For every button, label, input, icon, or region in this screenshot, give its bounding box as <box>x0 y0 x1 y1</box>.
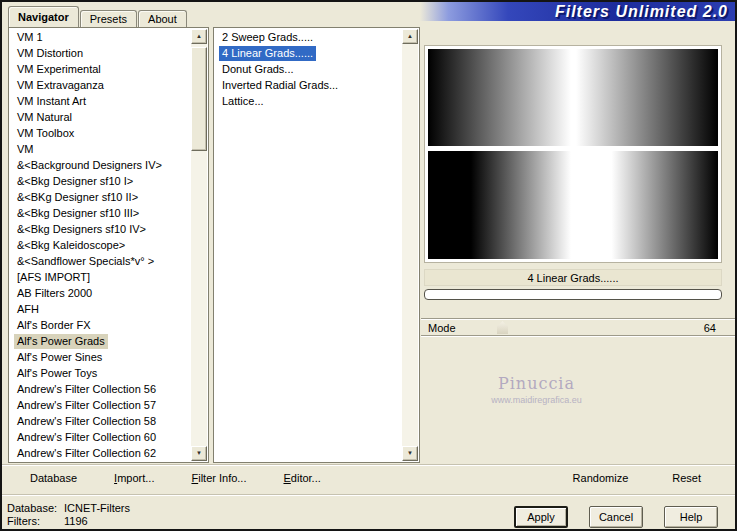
preview-gradient-top-right <box>576 49 719 146</box>
status-filters-label: Filters: <box>7 515 64 527</box>
navigator-list-item[interactable]: &<Bkg Kaleidoscope> <box>10 238 191 254</box>
tab[interactable]: Navigator <box>8 6 79 27</box>
scroll-up-button[interactable]: ▲ <box>402 29 418 44</box>
filters-unlimited-window: Filters Unlimited 2.0 Navigator Presets … <box>0 0 737 531</box>
arrow-up-icon: ▲ <box>407 33 413 39</box>
navigator-list-item[interactable]: &<Bkg Designers sf10 IV> <box>10 222 191 238</box>
arrow-up-icon: ▲ <box>196 33 202 39</box>
navigator-list-item[interactable]: VM 1 <box>10 30 191 46</box>
cancel-button[interactable]: Cancel <box>589 506 643 528</box>
toolbar-button[interactable]: Import... <box>114 472 154 484</box>
navigator-list-item[interactable]: Andrew's Filter Collection 57 <box>10 398 191 414</box>
navigator-list-item[interactable]: &<Sandflower Specials*v° > <box>10 254 191 270</box>
apply-button[interactable]: Apply <box>514 506 568 528</box>
tab[interactable]: About <box>138 10 187 27</box>
toolbar: Database Import... Filter Info... Editor… <box>2 464 735 490</box>
navigator-list-item[interactable]: [AFS IMPORT] <box>10 270 191 286</box>
preview-gradient-top-left <box>428 49 571 146</box>
navigator-list-item[interactable]: Andrew's Filter Collection 62 <box>10 446 191 461</box>
filter-list-rows: 2 Sweep Grads..... 4 Linear Grads...... … <box>215 28 402 461</box>
scroll-down-button[interactable]: ▼ <box>402 446 418 461</box>
toolbar-button[interactable]: Database <box>30 472 77 484</box>
watermark-title: Pinuccia <box>424 374 649 393</box>
toolbar-right-group: Randomize Reset <box>573 472 735 484</box>
navigator-list-item[interactable]: VM Instant Art <box>10 94 191 110</box>
toolbar-button[interactable]: Randomize <box>573 472 629 484</box>
filter-scrollbar[interactable]: ▲ ▼ <box>402 29 418 461</box>
navigator-list-item[interactable]: Alf's Power Sines <box>10 350 191 366</box>
status-filters: Filters: 1196 <box>7 515 88 527</box>
navigator-list-item[interactable]: VM Extravaganza <box>10 78 191 94</box>
help-button[interactable]: Help <box>664 506 718 528</box>
navigator-list-item[interactable]: Alf's Power Grads <box>10 334 191 350</box>
navigator-list-item[interactable]: Andrew's Filter Collection 58 <box>10 414 191 430</box>
navigator-list-item[interactable]: VM Experimental <box>10 62 191 78</box>
preview-caption: 4 Linear Grads...... <box>424 269 722 286</box>
scroll-thumb[interactable] <box>191 47 207 151</box>
tab-bar: Navigator Presets About <box>8 6 188 27</box>
watermark: Pinuccia www.maidiregrafica.eu <box>424 374 649 405</box>
navigator-list-item[interactable]: Andrew's Filter Collection 60 <box>10 430 191 446</box>
toolbar-button[interactable]: Editor... <box>283 472 320 484</box>
status-database: Database: ICNET-Filters <box>7 502 130 514</box>
navigator-list-item[interactable]: VM <box>10 142 191 158</box>
watermark-url: www.maidiregrafica.eu <box>424 395 649 405</box>
status-database-value: ICNET-Filters <box>64 502 130 514</box>
filter-list: 2 Sweep Grads..... 4 Linear Grads...... … <box>213 27 420 463</box>
arrow-down-icon: ▼ <box>407 450 413 456</box>
filter-list-item[interactable]: Lattice... <box>215 94 402 110</box>
progress-bar <box>424 289 722 300</box>
app-logo-text: Filters Unlimited 2.0 <box>555 3 728 21</box>
navigator-list-item[interactable]: AFH <box>10 302 191 318</box>
navigator-list-item[interactable]: VM Distortion <box>10 46 191 62</box>
preview-gradient-bottom-right <box>576 151 719 259</box>
toolbar-button[interactable]: Filter Info... <box>191 472 246 484</box>
filter-list-item[interactable]: 4 Linear Grads...... <box>215 46 402 62</box>
logo-banner: Filters Unlimited 2.0 <box>420 2 735 21</box>
status-filters-value: 1196 <box>64 515 88 527</box>
status-database-label: Database: <box>7 502 64 514</box>
preview-gradient-bottom-left <box>428 151 571 259</box>
toolbar-button[interactable]: Reset <box>672 472 701 484</box>
navigator-list-rows: VM 1 VM Distortion VM Experimental VM Ex… <box>10 28 191 461</box>
filter-list-item[interactable]: Donut Grads... <box>215 62 402 78</box>
navigator-list-item[interactable]: Alf's Border FX <box>10 318 191 334</box>
mode-value: 64 <box>704 321 716 335</box>
arrow-down-icon: ▼ <box>196 450 202 456</box>
navigator-scrollbar[interactable]: ▲ ▼ <box>191 29 207 461</box>
navigator-list-item[interactable]: Andrew's Filter Collection 56 <box>10 382 191 398</box>
status-bar: Database: ICNET-Filters Filters: 1196 Ap… <box>2 494 735 529</box>
navigator-list-item[interactable]: &<BKg Designer sf10 II> <box>10 190 191 206</box>
filter-list-item[interactable]: Inverted Radial Grads... <box>215 78 402 94</box>
navigator-list: VM 1 VM Distortion VM Experimental VM Ex… <box>8 27 209 463</box>
tab[interactable]: Presets <box>80 10 137 27</box>
navigator-list-item[interactable]: VM Natural <box>10 110 191 126</box>
navigator-list-item[interactable]: &<Background Designers IV> <box>10 158 191 174</box>
mode-slider[interactable]: Mode 64 <box>421 318 735 336</box>
preview-panel <box>424 45 722 263</box>
filter-list-item[interactable]: 2 Sweep Grads..... <box>215 30 402 46</box>
navigator-list-item[interactable]: &<Bkg Designer sf10 I> <box>10 174 191 190</box>
navigator-list-item[interactable]: AB Filters 2000 <box>10 286 191 302</box>
mode-label: Mode <box>428 321 456 335</box>
navigator-list-item[interactable]: &<Bkg Designer sf10 III> <box>10 206 191 222</box>
scroll-up-button[interactable]: ▲ <box>191 29 207 44</box>
navigator-list-item[interactable]: Alf's Power Toys <box>10 366 191 382</box>
mode-slider-thumb[interactable] <box>497 321 508 334</box>
navigator-list-item[interactable]: VM Toolbox <box>10 126 191 142</box>
toolbar-left-group: Database Import... Filter Info... Editor… <box>2 472 321 484</box>
scroll-down-button[interactable]: ▼ <box>191 446 207 461</box>
